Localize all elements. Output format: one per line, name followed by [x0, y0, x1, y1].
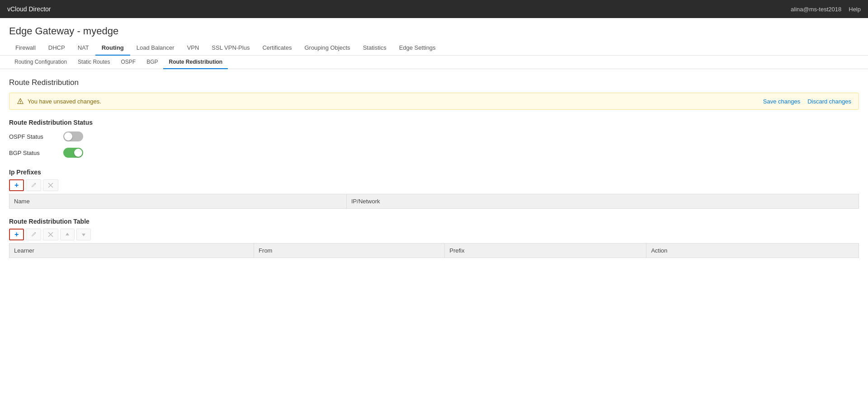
warning-banner-right: Save changes Discard changes [763, 98, 851, 105]
subnav-ospf[interactable]: OSPF [115, 56, 141, 69]
route-redistribution-table-title: Route Redistribution Table [9, 218, 859, 225]
status-section: Route Redistribution Status OSPF Status … [9, 119, 859, 158]
ip-prefixes-title: Ip Prefixes [9, 169, 859, 176]
subnav-bgp[interactable]: BGP [141, 56, 163, 69]
page-title-bar: Edge Gateway - myedge [0, 18, 868, 41]
ip-prefixes-table: Name IP/Network [9, 194, 859, 209]
nav-certificates[interactable]: Certificates [256, 41, 298, 56]
nav-edge-settings[interactable]: Edge Settings [393, 41, 442, 56]
ip-prefixes-col-network: IP/Network [346, 194, 859, 209]
rrt-add-button[interactable]: + [9, 229, 24, 240]
nav-grouping-objects[interactable]: Grouping Objects [298, 41, 356, 56]
help-link[interactable]: Help [849, 6, 861, 13]
up-arrow-icon [65, 232, 70, 237]
ip-prefixes-edit-button[interactable] [26, 179, 41, 191]
content-area: Route Redistribution You have unsaved ch… [0, 69, 868, 276]
primary-nav: Firewall DHCP NAT Routing Load Balancer … [0, 41, 868, 56]
nav-firewall[interactable]: Firewall [9, 41, 42, 56]
ospf-toggle-knob [64, 132, 72, 141]
rrt-col-action: Action [646, 244, 859, 258]
ospf-status-row: OSPF Status [9, 131, 859, 141]
subnav-route-redistribution[interactable]: Route Redistribution [163, 56, 228, 69]
ip-prefixes-col-name: Name [9, 194, 347, 209]
nav-ssl-vpn-plus[interactable]: SSL VPN-Plus [205, 41, 256, 56]
main-container: Edge Gateway - myedge Firewall DHCP NAT … [0, 18, 868, 394]
bgp-toggle-knob [74, 149, 82, 157]
ospf-status-label: OSPF Status [9, 133, 54, 140]
nav-dhcp[interactable]: DHCP [42, 41, 71, 56]
nav-nat[interactable]: NAT [71, 41, 95, 56]
nav-load-balancer[interactable]: Load Balancer [130, 41, 181, 56]
bgp-toggle-track [63, 148, 83, 158]
rrt-col-from: From [254, 244, 445, 258]
warning-message: You have unsaved changes. [28, 98, 101, 105]
subnav-routing-configuration[interactable]: Routing Configuration [9, 56, 72, 69]
rrt-delete-button[interactable] [43, 229, 58, 240]
nav-routing[interactable]: Routing [95, 41, 130, 56]
ospf-toggle-track [63, 131, 83, 141]
user-name[interactable]: alina@ms-test2018 [791, 6, 841, 13]
warning-banner-left: You have unsaved changes. [17, 98, 101, 105]
edit-icon-rrt [31, 232, 36, 237]
rrt-up-button[interactable] [60, 229, 75, 240]
rrt-col-learner: Learner [9, 244, 254, 258]
status-section-title: Route Redistribution Status [9, 119, 859, 126]
ip-prefixes-delete-button[interactable] [43, 179, 58, 191]
bgp-status-label: BGP Status [9, 150, 54, 156]
warning-icon [17, 98, 24, 105]
ip-prefixes-add-button[interactable]: + [9, 179, 24, 191]
rrt-down-button[interactable] [76, 229, 91, 240]
delete-icon-rrt [48, 232, 53, 237]
route-redistribution-title: Route Redistribution [9, 78, 859, 87]
rrt-col-prefix: Prefix [445, 244, 646, 258]
rrt-edit-button[interactable] [26, 229, 41, 240]
route-redistribution-table: Learner From Prefix Action [9, 243, 859, 258]
nav-vpn[interactable]: VPN [181, 41, 206, 56]
bgp-toggle[interactable] [63, 148, 83, 158]
discard-changes-link[interactable]: Discard changes [807, 98, 851, 105]
topbar: vCloud Director alina@ms-test2018 Help [0, 0, 868, 18]
save-changes-link[interactable]: Save changes [763, 98, 800, 105]
down-arrow-icon [81, 232, 86, 237]
ip-prefixes-section: Ip Prefixes + Name IP [9, 169, 859, 209]
warning-banner: You have unsaved changes. Save changes D… [9, 93, 859, 110]
page-title: Edge Gateway - myedge [9, 25, 859, 37]
edit-icon [31, 183, 36, 188]
ip-prefixes-toolbar: + [9, 179, 859, 191]
ospf-toggle[interactable] [63, 131, 83, 141]
route-redistribution-table-section: Route Redistribution Table + [9, 218, 859, 258]
nav-statistics[interactable]: Statistics [357, 41, 393, 56]
delete-icon [48, 183, 53, 188]
subnav-static-routes[interactable]: Static Routes [72, 56, 115, 69]
route-redistribution-toolbar: + [9, 229, 859, 240]
brand-name: vCloud Director [7, 5, 51, 13]
bgp-status-row: BGP Status [9, 148, 859, 158]
topbar-right: alina@ms-test2018 Help [791, 6, 861, 13]
secondary-nav: Routing Configuration Static Routes OSPF… [0, 56, 868, 69]
